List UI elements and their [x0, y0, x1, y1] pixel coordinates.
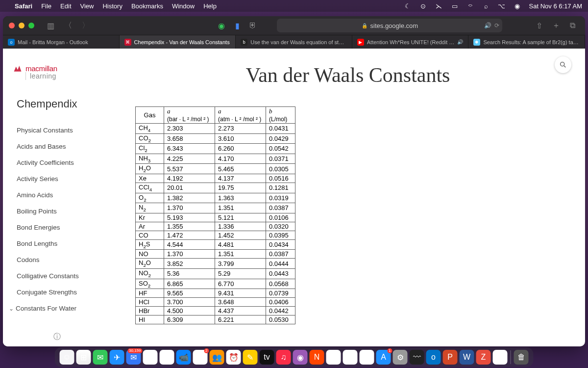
- sidebar-toggle-button[interactable]: ▥: [44, 19, 57, 32]
- cell-a-bar: 3.852: [164, 259, 215, 269]
- dock-app-photos[interactable]: ✿: [160, 350, 174, 365]
- dock-app-messages[interactable]: ✉: [93, 350, 108, 365]
- nav-item[interactable]: Codons: [3, 252, 111, 268]
- dock-app-tv[interactable]: tv: [260, 350, 274, 365]
- cell-a-atm: 4.481: [215, 239, 266, 250]
- browser-tab[interactable]: oMail - Britta Morgan - Outlook: [3, 35, 120, 49]
- nav-item[interactable]: Boiling Points: [3, 203, 111, 219]
- nav-item[interactable]: Physical Constants: [3, 122, 111, 138]
- dock-app-print[interactable]: ⎙: [493, 350, 508, 365]
- control-center-icon[interactable]: ⌥: [498, 2, 506, 10]
- nav-item[interactable]: Activity Series: [3, 171, 111, 187]
- cell-a-atm: 5.29: [215, 268, 266, 279]
- dock-app-zotero[interactable]: Z: [476, 350, 491, 365]
- window-minimize-button[interactable]: [19, 23, 24, 28]
- tab-sound-icon[interactable]: 🔊: [457, 39, 463, 45]
- dock-app-podcasts[interactable]: ◉: [293, 350, 308, 365]
- menu-view[interactable]: View: [80, 2, 94, 10]
- nav-item[interactable]: Colligative Constants: [3, 268, 111, 284]
- dock-app-notes[interactable]: ✎: [243, 350, 258, 365]
- cell-gas: NO2: [136, 268, 164, 279]
- dock-app-facetime[interactable]: 📹: [176, 350, 191, 365]
- bluetooth-icon[interactable]: ⋋: [435, 2, 443, 10]
- menu-file[interactable]: File: [41, 2, 51, 10]
- extension-2-icon[interactable]: ▮: [231, 19, 244, 32]
- dock-app-activity[interactable]: 〰: [410, 350, 424, 365]
- dock-app-maps[interactable]: 🗺: [143, 350, 158, 365]
- record-icon[interactable]: ⊙: [419, 2, 427, 10]
- dock-app-launchpad[interactable]: ⊞: [76, 350, 91, 365]
- menubar-app-name[interactable]: Safari: [15, 2, 32, 10]
- dock-trash[interactable]: 🗑: [514, 350, 529, 365]
- nav-list: Physical ConstantsAcids and BasesActivit…: [3, 122, 111, 316]
- reader-sound-icon[interactable]: 🔊: [484, 22, 491, 29]
- address-bar[interactable]: 🔒 sites.google.com 🔊 ⟳: [277, 19, 502, 32]
- dock-app-word[interactable]: W: [460, 350, 474, 365]
- dock-app-news[interactable]: N: [310, 350, 324, 365]
- back-button[interactable]: 〈: [62, 19, 74, 32]
- menu-history[interactable]: History: [102, 2, 122, 10]
- cell-b: 0.0542: [266, 144, 295, 154]
- page-search-button[interactable]: [555, 56, 571, 73]
- safari-toolbar: ▥ 〈 〉 ◉ ▮ ⛨ 🔒 sites.google.com 🔊 ⟳ ⇧ ＋ ⧉: [3, 16, 585, 35]
- privacy-shield-icon[interactable]: ⛨: [246, 19, 259, 32]
- battery-icon[interactable]: ▭: [451, 2, 459, 10]
- cell-gas: Xe: [136, 174, 164, 183]
- dock-app-appstore[interactable]: A1: [376, 350, 391, 365]
- menu-help[interactable]: Help: [203, 2, 217, 10]
- dock-app-powerpoint[interactable]: P: [443, 350, 458, 365]
- tabs-overview-button[interactable]: ⧉: [566, 19, 579, 32]
- info-icon[interactable]: ⓘ: [53, 332, 61, 341]
- dock-badge: 2: [204, 348, 209, 353]
- sidebar-title[interactable]: Chempendix: [3, 92, 111, 122]
- table-row: Ar1.3551.3360.0320: [136, 222, 295, 231]
- cell-gas: CCl4: [136, 183, 164, 193]
- dock-app-safari[interactable]: ✈: [110, 350, 124, 365]
- siri-icon[interactable]: ◉: [514, 2, 521, 10]
- nav-item[interactable]: Amino Acids: [3, 187, 111, 203]
- dock-app-outlook[interactable]: o: [426, 350, 441, 365]
- table-row: N21.3701.3510.0387: [136, 203, 295, 213]
- menu-bookmarks[interactable]: Bookmarks: [131, 2, 163, 10]
- dock-app-mail[interactable]: ✉30,159: [126, 350, 141, 365]
- extension-icon[interactable]: ◉: [215, 19, 228, 32]
- nav-item[interactable]: Bond Lengths: [3, 236, 111, 252]
- cell-a-bar: 4.225: [164, 154, 215, 164]
- dock-badge: 1: [387, 348, 392, 353]
- new-tab-button[interactable]: ＋: [550, 19, 563, 32]
- browser-tab[interactable]: ▶Attention Wh*Res UNITE! (Reddit Compil.…: [352, 35, 469, 49]
- dock-app-settings[interactable]: ⚙: [393, 350, 408, 365]
- browser-tab[interactable]: bUse the van der Waals equation of state…: [236, 35, 352, 49]
- do-not-disturb-icon[interactable]: ☾: [404, 2, 412, 10]
- window-fullscreen-button[interactable]: [28, 23, 34, 28]
- dock-app-calendar[interactable]: 62: [193, 350, 208, 365]
- dock-app-finder[interactable]: ☺: [60, 350, 74, 365]
- menu-window[interactable]: Window: [172, 2, 195, 10]
- nav-item[interactable]: Acids and Bases: [3, 138, 111, 155]
- nav-item[interactable]: Conjugate Strengths: [3, 284, 111, 300]
- menubar-clock[interactable]: Sat Nov 6 6:17 AM: [529, 2, 582, 10]
- nav-item[interactable]: Constants For Water: [3, 300, 111, 316]
- browser-tab[interactable]: ✱Search Results: A sample of Br2(g) take…: [468, 35, 585, 49]
- dock-app-reminders[interactable]: ⏰: [226, 350, 241, 365]
- table-row: NO1.3701.3510.0387: [136, 250, 295, 259]
- share-button[interactable]: ⇧: [533, 19, 546, 32]
- cell-a-bar: 1.472: [164, 231, 215, 239]
- dock-app-contacts[interactable]: 👥: [210, 350, 224, 365]
- forward-button[interactable]: 〉: [79, 19, 92, 32]
- spotlight-icon[interactable]: ⌕: [482, 2, 490, 10]
- dock-app-music[interactable]: ♫: [276, 350, 291, 365]
- dock-app-notes2[interactable]: ✎: [360, 350, 374, 365]
- dock-app-weather[interactable]: ☁: [326, 350, 341, 365]
- reload-button[interactable]: ⟳: [494, 22, 499, 29]
- wifi-icon[interactable]: ⌔: [466, 2, 474, 10]
- cell-b: 0.0568: [266, 279, 295, 289]
- menu-edit[interactable]: Edit: [60, 2, 71, 10]
- nav-item[interactable]: Activity Coefficients: [3, 155, 111, 171]
- window-close-button[interactable]: [9, 23, 15, 28]
- browser-tab[interactable]: ⌘Chempendix - Van der Waals Constants: [120, 35, 236, 49]
- nav-item[interactable]: Bond Energies: [3, 219, 111, 236]
- table-row: H2O5.5375.4650.0305: [136, 164, 295, 174]
- dock-app-numbers[interactable]: ▮: [343, 350, 358, 365]
- cell-a-bar: 3.700: [164, 298, 215, 307]
